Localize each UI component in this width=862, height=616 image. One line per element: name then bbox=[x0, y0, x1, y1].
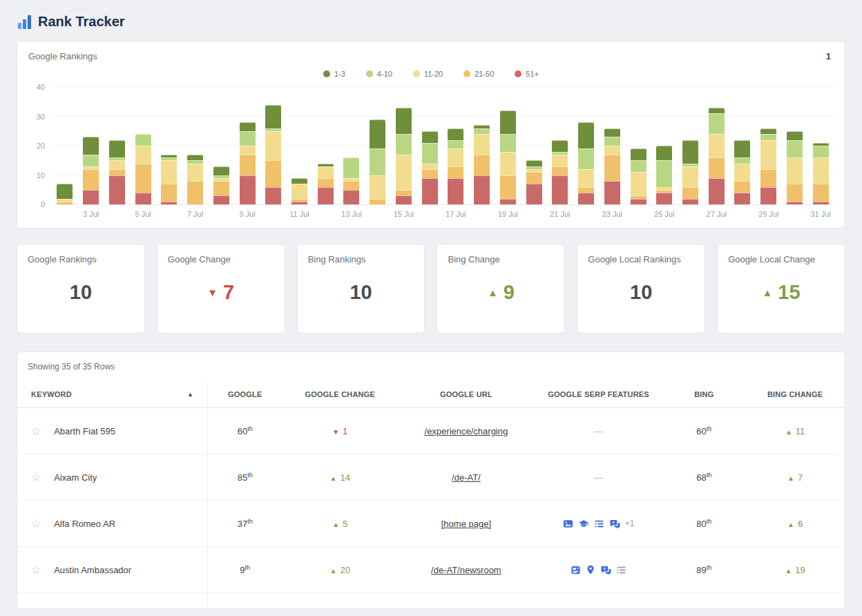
bar-segment-1-3[interactable] bbox=[370, 119, 385, 149]
bar-segment-4-10[interactable] bbox=[83, 155, 99, 166]
bar-segment-21-50[interactable] bbox=[526, 172, 542, 184]
bar-segment-21-50[interactable] bbox=[448, 166, 463, 178]
bar-segment-51+[interactable] bbox=[422, 178, 438, 204]
column-header-bing-change[interactable]: BING CHANGE bbox=[745, 381, 845, 408]
stacked-bar-12-Jul[interactable] bbox=[318, 164, 334, 205]
bar-segment-21-50[interactable] bbox=[813, 184, 829, 202]
favorite-star-icon[interactable]: ☆ bbox=[31, 425, 41, 438]
favorite-star-icon[interactable]: ☆ bbox=[31, 517, 41, 530]
bar-segment-4-10[interactable] bbox=[813, 146, 829, 157]
bar-segment-4-10[interactable] bbox=[448, 140, 463, 149]
bar-segment-4-10[interactable] bbox=[734, 157, 750, 164]
bar-segment-11-20[interactable] bbox=[604, 146, 620, 155]
bar-segment-51+[interactable] bbox=[318, 187, 334, 205]
bar-segment-1-3[interactable] bbox=[448, 128, 463, 140]
bar-segment-4-10[interactable] bbox=[604, 137, 620, 146]
bar-segment-4-10[interactable] bbox=[631, 160, 646, 172]
column-header-google[interactable]: GOOGLE bbox=[208, 381, 282, 408]
bar-segment-4-10[interactable] bbox=[578, 148, 594, 169]
bar-segment-1-3[interactable] bbox=[552, 140, 568, 152]
stacked-bar-2-Jul[interactable] bbox=[57, 184, 73, 204]
bar-segment-21-50[interactable] bbox=[500, 175, 516, 199]
bar-segment-11-20[interactable] bbox=[760, 140, 776, 170]
bar-segment-21-50[interactable] bbox=[265, 160, 281, 186]
legend-item-4-10[interactable]: 4-10 bbox=[366, 70, 392, 78]
bar-segment-21-50[interactable] bbox=[213, 181, 229, 195]
bar-segment-1-3[interactable] bbox=[422, 131, 438, 143]
bar-segment-21-50[interactable] bbox=[422, 169, 438, 178]
bar-segment-21-50[interactable] bbox=[396, 190, 412, 196]
stacked-bar-13-Jul[interactable] bbox=[343, 157, 359, 204]
bar-segment-11-20[interactable] bbox=[291, 184, 307, 198]
bar-segment-4-10[interactable] bbox=[370, 148, 385, 175]
bar-segment-11-20[interactable] bbox=[734, 164, 750, 182]
bar-segment-11-20[interactable] bbox=[422, 164, 438, 170]
bar-segment-51+[interactable] bbox=[682, 199, 698, 205]
stacked-bar-17-Jul[interactable] bbox=[448, 128, 463, 205]
bar-segment-11-20[interactable] bbox=[813, 157, 829, 184]
bar-segment-51+[interactable] bbox=[109, 175, 125, 205]
bar-segment-21-50[interactable] bbox=[83, 169, 99, 190]
bar-segment-11-20[interactable] bbox=[187, 164, 203, 182]
bar-segment-51+[interactable] bbox=[552, 175, 568, 205]
stacked-bar-24-Jul[interactable] bbox=[631, 148, 646, 204]
google-url-link[interactable]: [home page] bbox=[441, 519, 491, 529]
legend-item-1-3[interactable]: 1-3 bbox=[323, 70, 345, 78]
bar-segment-1-3[interactable] bbox=[57, 184, 73, 198]
stacked-bar-31-Jul[interactable] bbox=[813, 143, 829, 204]
legend-item-21-50[interactable]: 21-50 bbox=[463, 70, 494, 78]
bar-segment-21-50[interactable] bbox=[318, 178, 334, 187]
stacked-bar-29-Jul[interactable] bbox=[760, 128, 776, 205]
bar-segment-11-20[interactable] bbox=[135, 146, 151, 164]
bar-segment-21-50[interactable] bbox=[787, 184, 803, 202]
bar-segment-51+[interactable] bbox=[760, 187, 776, 205]
bar-segment-1-3[interactable] bbox=[83, 137, 99, 155]
bar-segment-51+[interactable] bbox=[396, 195, 412, 204]
bar-segment-1-3[interactable] bbox=[578, 122, 594, 148]
bar-segment-1-3[interactable] bbox=[240, 122, 256, 131]
bar-segment-4-10[interactable] bbox=[787, 140, 803, 158]
bar-segment-21-50[interactable] bbox=[578, 187, 594, 193]
google-url-link[interactable]: /de-AT/ bbox=[452, 472, 481, 483]
bar-segment-1-3[interactable] bbox=[265, 105, 281, 128]
bar-segment-1-3[interactable] bbox=[109, 140, 125, 158]
bar-segment-4-10[interactable] bbox=[500, 134, 516, 152]
bar-segment-21-50[interactable] bbox=[370, 199, 385, 205]
bar-segment-11-20[interactable] bbox=[448, 148, 463, 166]
favorite-star-icon[interactable]: ☆ bbox=[31, 564, 41, 577]
bar-segment-21-50[interactable] bbox=[187, 181, 203, 204]
bar-segment-21-50[interactable] bbox=[604, 155, 620, 181]
column-header-google-url[interactable]: GOOGLE URL bbox=[398, 381, 535, 408]
bar-segment-1-3[interactable] bbox=[734, 140, 750, 158]
bar-segment-11-20[interactable] bbox=[109, 160, 125, 169]
bar-segment-51+[interactable] bbox=[291, 202, 307, 204]
bar-segment-1-3[interactable] bbox=[760, 128, 776, 135]
column-header-google-change[interactable]: GOOGLE CHANGE bbox=[282, 381, 398, 408]
bar-segment-51+[interactable] bbox=[734, 193, 750, 204]
stacked-bar-4-Jul[interactable] bbox=[109, 140, 125, 205]
bar-segment-11-20[interactable] bbox=[682, 166, 698, 187]
favorite-star-icon[interactable]: ☆ bbox=[31, 471, 41, 484]
bar-segment-21-50[interactable] bbox=[734, 181, 750, 193]
bar-segment-4-10[interactable] bbox=[343, 157, 359, 178]
bar-segment-51+[interactable] bbox=[500, 199, 516, 205]
bar-segment-4-10[interactable] bbox=[396, 134, 412, 155]
stacked-bar-11-Jul[interactable] bbox=[291, 178, 307, 204]
stacked-bar-15-Jul[interactable] bbox=[396, 108, 412, 204]
bar-segment-51+[interactable] bbox=[656, 193, 672, 204]
bar-segment-1-3[interactable] bbox=[682, 140, 698, 164]
bar-segment-51+[interactable] bbox=[604, 181, 620, 204]
stacked-bar-14-Jul[interactable] bbox=[370, 119, 385, 204]
bar-segment-51+[interactable] bbox=[709, 178, 725, 204]
bar-segment-1-3[interactable] bbox=[787, 131, 803, 140]
bar-segment-51+[interactable] bbox=[240, 175, 256, 205]
google-url-link[interactable]: /de-AT/newsroom bbox=[431, 565, 501, 575]
stacked-bar-18-Jul[interactable] bbox=[474, 125, 490, 204]
bar-segment-4-10[interactable] bbox=[760, 134, 776, 140]
stacked-bar-5-Jul[interactable] bbox=[135, 134, 151, 204]
bar-segment-51+[interactable] bbox=[813, 202, 829, 204]
bar-segment-11-20[interactable] bbox=[578, 169, 594, 187]
stacked-bar-10-Jul[interactable] bbox=[265, 105, 281, 205]
bar-segment-21-50[interactable] bbox=[109, 169, 125, 175]
bar-segment-1-3[interactable] bbox=[604, 128, 620, 137]
